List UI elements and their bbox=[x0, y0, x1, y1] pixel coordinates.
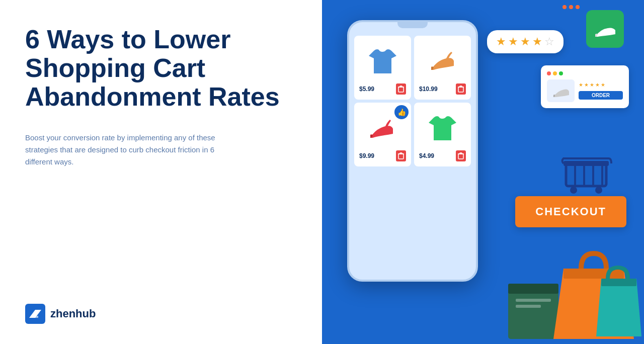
shoe-badge bbox=[586, 10, 624, 48]
right-section: $5.99 bbox=[322, 0, 644, 344]
svg-rect-6 bbox=[458, 87, 463, 92]
heel-orange-icon bbox=[426, 46, 459, 76]
dot-3 bbox=[576, 5, 580, 9]
phone-mockup: $5.99 bbox=[347, 20, 478, 282]
trash-icon-1 bbox=[396, 83, 406, 95]
trash-icon-svg-3 bbox=[398, 152, 404, 159]
left-content: 6 Ways to Lower Shopping Cart Abandonmen… bbox=[25, 25, 297, 304]
trash-icon-svg bbox=[398, 85, 404, 93]
order-info: ★ ★ ★ ★ ★ ORDER bbox=[579, 82, 623, 100]
trash-icon-3 bbox=[396, 150, 406, 161]
dot-1 bbox=[562, 5, 567, 9]
order-star-1: ★ bbox=[579, 82, 583, 88]
trash-icon-svg-4 bbox=[458, 152, 464, 159]
product-price-2: $10.99 bbox=[419, 83, 466, 95]
product-price-3: $9.99 bbox=[359, 150, 406, 161]
dot-green bbox=[559, 71, 563, 75]
order-star-2: ★ bbox=[584, 82, 589, 88]
order-card-dots bbox=[547, 71, 623, 75]
page-title: 6 Ways to Lower Shopping Cart Abandonmen… bbox=[25, 25, 297, 112]
left-section: 6 Ways to Lower Shopping Cart Abandonmen… bbox=[0, 0, 322, 344]
product-card-3: 👍 $9.99 bbox=[354, 103, 411, 166]
product-card-4: $4.99 bbox=[414, 103, 471, 166]
heel-red-icon bbox=[366, 113, 399, 143]
order-shoe-image bbox=[547, 79, 575, 102]
svg-rect-34 bbox=[564, 269, 624, 279]
trash-icon-4 bbox=[456, 150, 466, 161]
tshirt-blue-icon bbox=[366, 46, 399, 76]
dot-2 bbox=[569, 5, 573, 9]
shoe-dots bbox=[562, 5, 580, 9]
product-card-1: $5.99 bbox=[354, 36, 411, 100]
product-image-1 bbox=[359, 41, 406, 81]
order-shoe-icon bbox=[551, 82, 571, 100]
svg-rect-22 bbox=[566, 163, 606, 186]
star-1: ★ bbox=[496, 35, 506, 48]
order-card: ★ ★ ★ ★ ★ ORDER bbox=[541, 65, 629, 108]
checkout-button[interactable]: CHECKOUT bbox=[515, 196, 626, 227]
tshirt-green-icon bbox=[426, 113, 459, 143]
star-5: ☆ bbox=[544, 35, 554, 48]
shopping-cart-icon bbox=[561, 156, 614, 194]
svg-rect-27 bbox=[564, 161, 609, 166]
dot-yellow bbox=[553, 71, 557, 75]
star-2: ★ bbox=[508, 35, 518, 48]
product-card-2: $10.99 bbox=[414, 36, 471, 100]
svg-rect-33 bbox=[516, 305, 541, 308]
svg-rect-35 bbox=[601, 279, 636, 286]
product-price-1: $5.99 bbox=[359, 83, 406, 95]
svg-rect-32 bbox=[516, 299, 551, 302]
svg-rect-31 bbox=[508, 284, 558, 294]
order-star-4: ★ bbox=[595, 82, 600, 88]
page-wrapper: 6 Ways to Lower Shopping Cart Abandonmen… bbox=[0, 0, 644, 344]
zhenhub-logo-icon bbox=[25, 304, 45, 324]
shopping-bags-icon bbox=[503, 243, 644, 344]
order-star-3: ★ bbox=[590, 82, 594, 88]
bags-area bbox=[503, 243, 644, 344]
svg-rect-11 bbox=[398, 154, 404, 159]
logo-area: zhenhub bbox=[25, 304, 297, 324]
phone-notch bbox=[397, 22, 428, 28]
high-heel-icon bbox=[593, 19, 618, 39]
thumbs-up-badge: 👍 bbox=[394, 105, 409, 119]
svg-rect-16 bbox=[458, 154, 463, 159]
star-3: ★ bbox=[520, 35, 530, 48]
logo-text: zhenhub bbox=[50, 307, 96, 320]
product-image-2 bbox=[419, 41, 466, 81]
dot-red bbox=[547, 71, 551, 75]
product-image-4 bbox=[419, 108, 466, 148]
order-stars: ★ ★ ★ ★ ★ bbox=[579, 82, 623, 88]
product-price-4: $4.99 bbox=[419, 150, 466, 161]
order-button[interactable]: ORDER bbox=[579, 91, 623, 100]
order-star-5: ★ bbox=[601, 82, 605, 88]
svg-point-29 bbox=[595, 187, 602, 194]
svg-point-28 bbox=[570, 187, 577, 194]
product-grid: $5.99 bbox=[349, 36, 476, 166]
star-4: ★ bbox=[532, 35, 542, 48]
svg-rect-1 bbox=[398, 87, 404, 92]
trash-icon-2 bbox=[456, 83, 466, 95]
cart-icon-area bbox=[561, 156, 614, 194]
page-subtitle: Boost your conversion rate by implementi… bbox=[25, 132, 236, 168]
order-card-content: ★ ★ ★ ★ ★ ORDER bbox=[547, 79, 623, 102]
rating-bubble: ★ ★ ★ ★ ☆ bbox=[487, 30, 564, 53]
trash-icon-svg-2 bbox=[458, 85, 464, 93]
